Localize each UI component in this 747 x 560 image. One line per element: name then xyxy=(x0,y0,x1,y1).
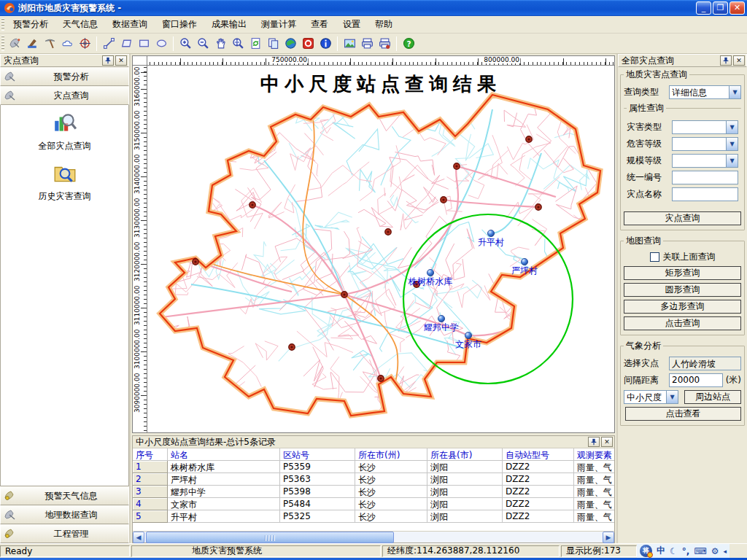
menu-item-6[interactable]: 测量计算 xyxy=(254,16,303,33)
close-icon[interactable]: ✕ xyxy=(601,437,613,447)
restore-button[interactable]: ❐ xyxy=(713,1,728,15)
draw-line-button[interactable] xyxy=(100,35,117,52)
sidebar-section-disaster-query[interactable]: 灾点查询 xyxy=(0,86,129,105)
click-view-button[interactable]: 点击查看 xyxy=(625,407,741,421)
table-row[interactable]: 2严坪村P5363长沙浏阳DZZ2雨量、气 xyxy=(133,473,614,486)
disaster-query-button[interactable]: 灾点查询 xyxy=(624,211,741,225)
minimize-button[interactable]: _ xyxy=(696,1,711,15)
gear-icon[interactable]: ⚙ xyxy=(711,546,719,556)
export-image-button[interactable] xyxy=(341,35,358,52)
table-row[interactable]: 5升平村P5325长沙浏阳DZZ2雨量、气 xyxy=(133,510,614,523)
station-marker[interactable]: 升平村 xyxy=(478,230,504,247)
punctuation-icon[interactable]: °, xyxy=(682,546,690,556)
sidebar-item-query-all[interactable]: 全部灾点查询 xyxy=(25,111,105,151)
close-icon[interactable]: ✕ xyxy=(115,55,127,66)
moon-icon[interactable]: ☾ xyxy=(670,546,678,556)
draw-polygon-button[interactable] xyxy=(117,35,135,52)
polygon-query-button[interactable]: 多边形查询 xyxy=(624,300,741,314)
table-row[interactable]: 3耀邦中学P5398长沙浏阳DZZ2雨量、气 xyxy=(133,486,614,498)
draw-ellipse-button[interactable] xyxy=(152,35,170,52)
info-button[interactable] xyxy=(317,35,334,52)
stop-button[interactable] xyxy=(299,35,317,52)
tray-collapse-icon[interactable]: ◂ xyxy=(723,548,727,555)
pin-icon[interactable] xyxy=(588,437,600,447)
chevron-down-icon[interactable]: ▼ xyxy=(726,155,738,167)
disaster-point-marker[interactable] xyxy=(454,163,460,169)
zoom-window-button[interactable] xyxy=(229,35,247,52)
disaster-point-marker[interactable] xyxy=(341,292,347,298)
sidebar-section-geo-data-query[interactable]: 地理数据查询 xyxy=(0,505,129,524)
ime-lang-icon[interactable]: 中 xyxy=(657,545,665,557)
print-button[interactable] xyxy=(358,35,376,52)
menu-item-9[interactable]: 帮助 xyxy=(368,16,400,33)
terrain-tool-button[interactable] xyxy=(23,35,41,52)
close-icon[interactable]: ✕ xyxy=(733,55,745,66)
column-header[interactable]: 所在县(市) xyxy=(427,448,503,461)
draw-rectangle-button[interactable] xyxy=(135,35,152,52)
disaster-point-marker[interactable] xyxy=(526,136,532,142)
sidebar-section-weather-info[interactable]: 预警天气信息 xyxy=(0,486,129,505)
disaster-point-marker[interactable] xyxy=(378,376,384,381)
circle-query-button[interactable]: 圆形查询 xyxy=(624,283,741,297)
sidebar-section-warning-analysis[interactable]: 预警分析 xyxy=(0,67,129,86)
toolbar-grip[interactable] xyxy=(1,36,4,51)
link-query-checkbox[interactable] xyxy=(650,252,659,262)
ime-icon[interactable]: 将 xyxy=(640,545,652,557)
pin-icon[interactable] xyxy=(720,55,732,66)
rect-query-button[interactable]: 矩形查询 xyxy=(624,266,741,280)
print-preview-button[interactable] xyxy=(376,35,393,52)
warning-analysis-button[interactable] xyxy=(6,35,23,52)
map-canvas[interactable]: 中小尺度站点查询结果 升平村严坪村株树桥水库耀邦中学文家市 xyxy=(147,66,615,433)
table-row[interactable]: 1株树桥水库P5359长沙浏阳DZZ2雨量、气 xyxy=(133,461,614,473)
disaster-point-marker[interactable] xyxy=(535,204,541,210)
disaster-point-marker[interactable] xyxy=(249,202,255,208)
scale-level-combobox[interactable]: ▼ xyxy=(672,154,738,168)
chevron-down-icon[interactable]: ▼ xyxy=(729,86,740,98)
column-header[interactable]: 观测要素 xyxy=(574,448,614,461)
menu-item-5[interactable]: 成果输出 xyxy=(204,16,254,33)
disaster-point-marker[interactable] xyxy=(193,259,198,265)
disaster-point-marker[interactable] xyxy=(441,197,446,203)
menu-item-1[interactable]: 预警分析 xyxy=(6,16,55,33)
locate-target-button[interactable] xyxy=(76,35,93,52)
menu-item-3[interactable]: 数据查询 xyxy=(105,16,155,33)
help-button[interactable]: ? xyxy=(400,35,417,52)
disaster-point-marker[interactable] xyxy=(385,229,391,235)
table-row[interactable]: 4文家市P5484长沙浏阳DZZ2雨量、气 xyxy=(133,498,614,510)
weather-cloud-button[interactable] xyxy=(58,35,76,52)
close-button[interactable]: ✕ xyxy=(729,1,745,15)
chevron-down-icon[interactable]: ▼ xyxy=(726,138,738,150)
zoom-out-button[interactable] xyxy=(194,35,212,52)
survey-pick-button[interactable] xyxy=(41,35,58,52)
zoom-in-button[interactable] xyxy=(177,35,194,52)
disaster-point-marker[interactable] xyxy=(289,344,295,350)
unified-id-field[interactable] xyxy=(672,171,738,184)
station-marker[interactable]: 文家市 xyxy=(455,332,481,349)
globe-view-button[interactable] xyxy=(282,35,299,52)
sidebar-item-history-query[interactable]: 历史灾害查询 xyxy=(25,161,105,201)
menu-grip[interactable] xyxy=(1,18,4,31)
menu-item-7[interactable]: 查看 xyxy=(303,16,336,33)
chevron-down-icon[interactable]: ▼ xyxy=(666,391,678,403)
refresh-view-button[interactable] xyxy=(247,35,264,52)
scrollbar-thumb[interactable] xyxy=(146,532,394,543)
column-header[interactable]: 序号 xyxy=(133,448,168,461)
pan-hand-button[interactable] xyxy=(212,35,229,52)
click-query-button[interactable]: 点击查询 xyxy=(624,316,741,330)
menu-item-2[interactable]: 天气信息 xyxy=(55,16,105,33)
column-header[interactable]: 站名 xyxy=(168,448,280,461)
sidebar-section-project-management[interactable]: 工程管理 xyxy=(0,524,129,543)
scroll-right-icon[interactable]: ▶ xyxy=(603,532,614,543)
disaster-type-combobox[interactable]: ▼ xyxy=(672,120,738,134)
column-header[interactable]: 所在市(州) xyxy=(355,448,427,461)
distance-field[interactable]: 20000 xyxy=(669,373,723,387)
pin-icon[interactable] xyxy=(102,55,114,66)
chevron-down-icon[interactable]: ▼ xyxy=(726,121,738,133)
nearby-stations-button[interactable]: 周边站点 xyxy=(684,390,741,404)
station-marker[interactable]: 株树桥水库 xyxy=(408,269,452,287)
menu-item-8[interactable]: 设置 xyxy=(336,16,368,33)
station-marker[interactable]: 耀邦中学 xyxy=(424,315,459,332)
horizontal-scrollbar[interactable]: ◀ ▶ xyxy=(133,531,614,542)
selected-point-field[interactable]: 人竹岭滑坡 xyxy=(669,357,741,370)
query-type-combobox[interactable]: 详细信息▼ xyxy=(669,85,741,99)
